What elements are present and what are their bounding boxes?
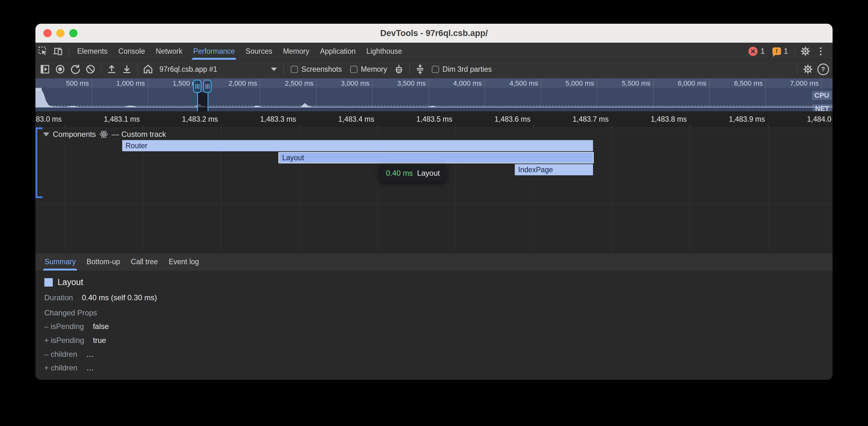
ruler-tick: 1,483.0 ms bbox=[35, 115, 65, 124]
tab-call-tree[interactable]: Call tree bbox=[126, 253, 163, 270]
summary-row-children-old: – children… bbox=[44, 350, 94, 359]
detail-time-ruler: 1,483.0 ms 1,483.1 ms 1,483.2 ms 1,483.3… bbox=[35, 111, 833, 128]
summary-row-changed-props: Changed Props bbox=[44, 308, 106, 317]
overview-tick: 4,000 ms bbox=[453, 79, 485, 88]
overview-tick: 1,000 ms bbox=[116, 79, 148, 88]
network-lane bbox=[35, 107, 833, 111]
summary-row-children-new: + children… bbox=[44, 363, 94, 372]
devtools-window: DevTools - 97r6ql.csb.app/ Elements Cons… bbox=[35, 24, 833, 380]
upload-profile-icon[interactable] bbox=[104, 62, 119, 77]
overview-tick: 3,500 ms bbox=[397, 79, 429, 88]
summary-title-row: Layout bbox=[44, 277, 83, 287]
flame-chart[interactable]: Components — Custom track Router Layout … bbox=[35, 128, 833, 253]
minimize-window-button[interactable] bbox=[56, 29, 65, 37]
inspect-element-icon[interactable] bbox=[35, 44, 51, 59]
chevron-down-icon bbox=[271, 68, 277, 71]
capture-settings-gear-icon[interactable] bbox=[800, 62, 815, 77]
memory-checkbox[interactable]: Memory bbox=[350, 65, 387, 74]
cpu-activity-chart bbox=[35, 88, 833, 107]
record-and-reload-icon[interactable] bbox=[68, 62, 83, 77]
home-icon[interactable] bbox=[141, 62, 156, 77]
more-options-kebab-icon[interactable] bbox=[813, 44, 828, 59]
issues-badge[interactable]: ! 1 bbox=[772, 47, 788, 56]
summary-row-ispending-old: – isPendingfalse bbox=[44, 322, 109, 331]
checkbox-box bbox=[432, 66, 439, 73]
ruler-tick: 1,483.6 ms bbox=[494, 115, 534, 124]
overview-tick: 7,000 ms bbox=[790, 79, 822, 88]
overview-tick: 4,500 ms bbox=[509, 79, 541, 88]
selection-right-edge[interactable] bbox=[208, 92, 209, 111]
selection-left-edge[interactable] bbox=[197, 92, 198, 111]
download-profile-icon[interactable] bbox=[119, 62, 134, 77]
selection-right-handle[interactable] bbox=[203, 79, 212, 93]
tab-lighthouse[interactable]: Lighthouse bbox=[361, 43, 407, 60]
net-lane-label: NET bbox=[813, 104, 832, 111]
divider bbox=[283, 64, 284, 74]
components-track-header[interactable]: Components — Custom track bbox=[43, 128, 166, 141]
record-icon[interactable] bbox=[53, 62, 68, 77]
flame-bar-indexpage[interactable]: IndexPage bbox=[515, 164, 593, 175]
help-icon[interactable]: ? bbox=[815, 62, 831, 77]
page-select-value: 97r6ql.csb.app #1 bbox=[159, 65, 217, 74]
device-toolbar-icon[interactable] bbox=[51, 44, 66, 59]
overview-tick: 5,000 ms bbox=[566, 79, 597, 88]
tooltip-duration: 0.40 ms bbox=[386, 169, 413, 177]
checkbox-box bbox=[291, 66, 298, 73]
ruler-tick: 1,483.1 ms bbox=[104, 115, 143, 124]
screenshots-checkbox[interactable]: Screenshots bbox=[291, 65, 342, 74]
divider bbox=[101, 64, 101, 74]
event-color-swatch bbox=[44, 278, 53, 287]
timeline-overview[interactable]: 500 ms 1,000 ms 1,500 ms 2,000 ms 2,500 … bbox=[35, 78, 833, 111]
selection-left-handle[interactable] bbox=[193, 79, 202, 93]
ruler-tick: 1,483.5 ms bbox=[416, 115, 456, 124]
summary-event-name: Layout bbox=[58, 277, 83, 287]
collapse-flame-icon[interactable] bbox=[412, 62, 428, 77]
tab-elements[interactable]: Elements bbox=[72, 43, 113, 60]
overview-tick: 5,500 ms bbox=[622, 79, 654, 88]
ruler-tick: 1,483.9 ms bbox=[729, 115, 768, 124]
track-suffix: — Custom track bbox=[112, 130, 166, 139]
ruler-tick: 1,484.0 ms bbox=[807, 115, 833, 124]
dim-3rd-parties-checkbox[interactable]: Dim 3rd parties bbox=[432, 65, 492, 74]
divider bbox=[795, 46, 795, 57]
collapse-track-triangle-icon[interactable] bbox=[43, 132, 49, 136]
flame-bar-layout[interactable]: Layout bbox=[278, 152, 594, 163]
tab-event-log[interactable]: Event log bbox=[163, 253, 204, 270]
tab-sources[interactable]: Sources bbox=[240, 43, 277, 60]
toggle-sidebar-icon[interactable] bbox=[37, 62, 53, 77]
ruler-tick: 1,483.3 ms bbox=[260, 115, 299, 124]
cpu-lane-label: CPU bbox=[812, 91, 832, 100]
tooltip-label: Layout bbox=[417, 169, 440, 177]
tab-summary[interactable]: Summary bbox=[39, 253, 81, 270]
overview-tick: 6,500 ms bbox=[734, 79, 766, 88]
flame-tooltip: 0.40 ms Layout bbox=[380, 165, 446, 182]
overview-tick: 6,000 ms bbox=[678, 79, 710, 88]
maximize-window-button[interactable] bbox=[69, 29, 78, 37]
checkbox-box bbox=[350, 66, 358, 73]
ruler-tick: 1,483.7 ms bbox=[572, 115, 612, 124]
tab-network[interactable]: Network bbox=[150, 43, 188, 60]
console-errors-badge[interactable]: 1 bbox=[748, 47, 765, 56]
error-icon bbox=[748, 47, 757, 56]
overview-tick: 2,500 ms bbox=[285, 79, 317, 88]
overview-tick: 500 ms bbox=[66, 79, 92, 88]
tab-console[interactable]: Console bbox=[113, 43, 150, 60]
page-select-dropdown[interactable]: 97r6ql.csb.app #1 bbox=[156, 62, 281, 76]
tab-application[interactable]: Application bbox=[315, 43, 361, 60]
devtools-tabbar: Elements Console Network Performance Sou… bbox=[35, 43, 833, 60]
flame-bar-router[interactable]: Router bbox=[122, 140, 593, 152]
details-tabbar: Summary Bottom-up Call tree Event log bbox=[35, 253, 833, 270]
react-atom-icon bbox=[99, 130, 108, 139]
title-bar: DevTools - 97r6ql.csb.app/ bbox=[35, 24, 833, 43]
tab-bottom-up[interactable]: Bottom-up bbox=[81, 253, 125, 270]
divider bbox=[69, 46, 69, 57]
clear-icon[interactable] bbox=[83, 62, 98, 77]
collect-garbage-icon[interactable] bbox=[391, 62, 406, 77]
ruler-tick: 1,483.4 ms bbox=[338, 115, 377, 124]
tab-performance[interactable]: Performance bbox=[188, 43, 240, 60]
selection-window[interactable] bbox=[197, 92, 208, 111]
tab-memory[interactable]: Memory bbox=[278, 43, 315, 60]
overview-tick: 2,000 ms bbox=[229, 79, 260, 88]
close-window-button[interactable] bbox=[43, 29, 52, 37]
settings-gear-icon[interactable] bbox=[798, 44, 813, 59]
